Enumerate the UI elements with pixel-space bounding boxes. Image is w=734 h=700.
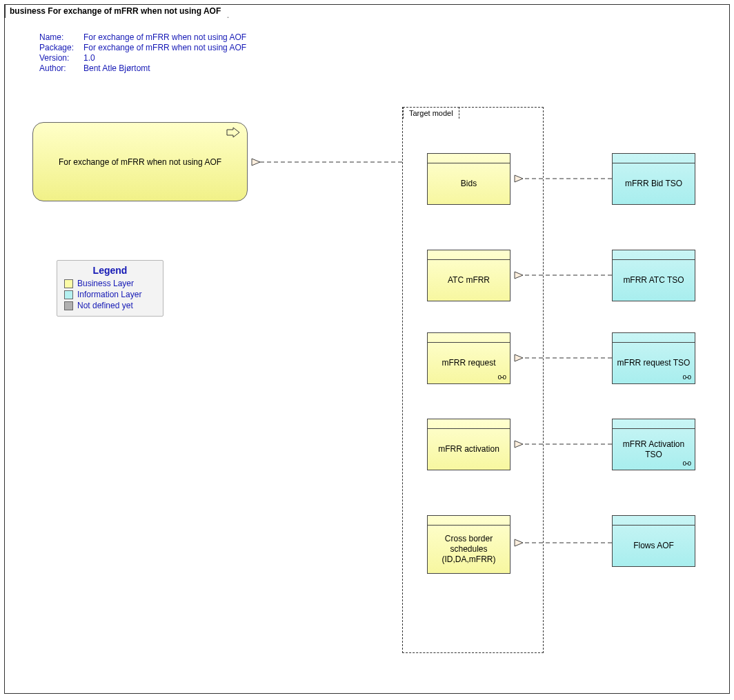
info-box-mfrr-activation-tso: mFRR Activation TSO o-o [612,419,695,470]
meta-author-label: Author: [39,63,83,73]
link-icon: o-o [683,373,691,382]
meta-version-label: Version: [39,53,83,63]
meta-name-value: For exchange of mFRR when not using AOF [83,32,246,42]
business-box-cross-border: Cross border schedules (ID,DA,mFRR) [427,515,510,574]
business-box-mfrr-request: mFRR request o-o [427,332,510,384]
meta-package-label: Package: [39,43,83,52]
frame-title: business For exchange of mFRR when not u… [5,4,228,18]
target-model-label: Target model [403,107,459,119]
business-box-label: mFRR request [442,358,495,368]
link-icon: o-o [498,373,506,382]
meta-package-value: For exchange of mFRR when not using AOF [83,43,246,52]
legend: Legend Business Layer Information Layer … [57,260,163,317]
business-box-label: ATC mFRR [448,275,490,286]
legend-title: Legend [64,265,156,276]
business-box-mfrr-activation: mFRR activation [427,419,510,470]
business-box-label: Cross border schedules (ID,DA,mFRR) [430,534,507,565]
info-box-mfrr-bid-tso: mFRR Bid TSO [612,153,695,205]
legend-item-undefined: Not defined yet [64,301,156,310]
business-box-atc-mfrr: ATC mFRR [427,250,510,301]
info-box-label: mFRR ATC TSO [623,275,684,286]
meta-author-value: Bent Atle Bjørtomt [83,63,150,73]
legend-label: Not defined yet [77,301,133,310]
meta-name-label: Name: [39,32,83,42]
info-box-label: mFRR Activation TSO [615,439,692,460]
legend-label: Information Layer [77,290,141,299]
link-icon: o-o [683,459,691,468]
legend-swatch-yellow [64,279,73,288]
legend-label: Business Layer [77,279,134,288]
business-box-label: mFRR activation [438,444,499,454]
info-box-mfrr-request-tso: mFRR request TSO o-o [612,332,695,384]
info-box-label: mFRR request TSO [617,358,691,368]
info-box-mfrr-atc-tso: mFRR ATC TSO [612,250,695,301]
info-box-label: mFRR Bid TSO [625,179,682,189]
diagram-frame: business For exchange of mFRR when not u… [4,4,730,694]
main-business-process: For exchange of mFRR when not using AOF [32,122,248,201]
info-box-flows-aof: Flows AOF [612,515,695,567]
legend-item-business: Business Layer [64,279,156,288]
process-arrow-icon [226,127,240,140]
main-business-process-label: For exchange of mFRR when not using AOF [59,157,221,167]
info-box-label: Flows AOF [633,541,674,551]
legend-swatch-cyan [64,290,73,299]
meta-block: Name: For exchange of mFRR when not usin… [39,32,246,74]
legend-swatch-gray [64,301,73,310]
meta-version-value: 1.0 [83,53,95,63]
legend-item-information: Information Layer [64,290,156,299]
business-box-bids: Bids [427,153,510,205]
business-box-label: Bids [461,179,477,189]
